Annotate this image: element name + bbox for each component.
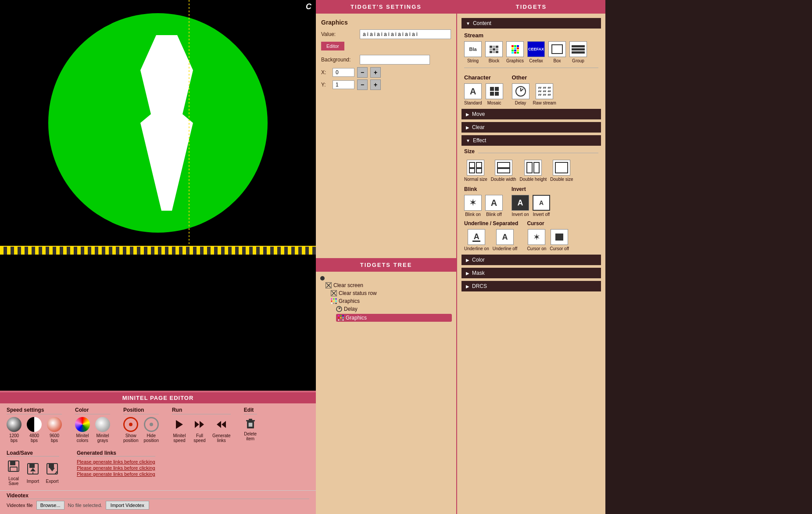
x-minus-button[interactable]: − [357, 67, 368, 78]
blink-on-item[interactable]: ✶ Blink on [464, 195, 482, 217]
tree-item-delay[interactable]: Delay [336, 306, 452, 312]
cursor-title: Cursor [527, 220, 569, 226]
browse-button[interactable]: Browse... [36, 501, 64, 510]
tree-root-bullet [320, 276, 325, 280]
svg-point-28 [331, 300, 333, 302]
import-item[interactable]: Import [26, 462, 40, 484]
move-arrow: ▶ [466, 112, 469, 117]
x-plus-button[interactable]: + [370, 67, 381, 78]
stream-string[interactable]: Bla String [464, 41, 482, 63]
stream-group[interactable]: Group [569, 41, 587, 63]
color-label: Color [472, 257, 485, 263]
double-size-item[interactable]: Double size [550, 160, 573, 182]
content-section-toggle[interactable]: ▼ Content [461, 18, 601, 29]
other-items: Delay ## ## #### ## #### ## ## Raw strea… [512, 83, 556, 105]
blink-off-item[interactable]: A Blink off [485, 195, 503, 217]
underline-off-label: Underline off [493, 246, 518, 251]
local-save-label: LocalSave [8, 476, 19, 486]
raw-stream-item[interactable]: ## ## #### ## #### ## ## Raw stream [533, 83, 556, 105]
invert-off-item[interactable]: A Invert off [533, 195, 550, 217]
svg-point-30 [336, 300, 337, 302]
svg-marker-15 [50, 468, 55, 471]
delete-item-label: Deleteitem [244, 431, 257, 441]
delete-item-icon [244, 417, 257, 430]
full-speed-item[interactable]: Fullspeed [192, 417, 207, 443]
minitel-colors-item[interactable]: Minitelcolors [75, 417, 90, 443]
minitel-grays-label: Minitelgrays [97, 433, 109, 443]
mosaic-item[interactable]: Mosaic [486, 83, 503, 105]
speed-9600-label: 9600bps [50, 433, 59, 443]
svg-rect-1 [246, 420, 255, 421]
gen-link-1[interactable]: Please generate links before clicking [77, 459, 155, 464]
speed-items: 1200bps 4800bps 9600bps [7, 417, 62, 443]
normal-size-item[interactable]: Normal size [464, 160, 487, 182]
clear-section-toggle[interactable]: ▶ Clear [461, 122, 601, 133]
gen-link-2[interactable]: Please generate links before clicking [77, 465, 155, 471]
full-speed-icon [192, 417, 207, 432]
stream-block[interactable]: Block [485, 41, 503, 63]
normal-size-icon [467, 160, 484, 176]
background-field[interactable] [360, 55, 430, 65]
speed-4800-item[interactable]: 4800bps [27, 417, 42, 443]
tree-item-clear-screen[interactable]: Clear screen [326, 282, 452, 288]
minitel-speed-item[interactable]: Minitelspeed [172, 417, 187, 443]
y-input[interactable] [333, 80, 354, 89]
gen-link-3[interactable]: Please generate links before clicking [77, 471, 155, 477]
import-videotex-button[interactable]: Import Videotex [106, 501, 149, 510]
stream-ceefax[interactable]: CEEFAX Ceefax [527, 41, 545, 63]
tree-item-graphics-1[interactable]: Graphics [331, 298, 452, 304]
x-input[interactable] [333, 68, 354, 77]
drcs-section-toggle[interactable]: ▶ DRCS [461, 281, 601, 291]
color-section-toggle[interactable]: ▶ Color [461, 255, 601, 265]
export-item[interactable]: Export [45, 462, 59, 484]
stream-box[interactable]: Box [548, 41, 566, 63]
minitel-speed-label: Minitelspeed [173, 433, 186, 443]
invert-on-item[interactable]: A Invert on [512, 195, 529, 217]
hide-position-icon [144, 417, 159, 432]
cursor-section: Cursor ✶ Cursor on Cursor off [527, 220, 569, 251]
mask-section-toggle[interactable]: ▶ Mask [461, 268, 601, 278]
generated-links-list: Please generate links before clicking Pl… [77, 459, 155, 477]
y-minus-button[interactable]: − [357, 79, 368, 90]
double-width-item[interactable]: Double width [491, 160, 516, 182]
value-input[interactable] [360, 29, 451, 39]
x-row: X: − + [321, 67, 451, 78]
stream-graphics[interactable]: Graphics [506, 41, 524, 63]
tree-items: Clear screen Clear status row [326, 282, 452, 322]
generate-links-item[interactable]: Generatelinks [212, 417, 231, 443]
double-height-item[interactable]: Double height [520, 160, 547, 182]
color-items: Minitelcolors Minitelgrays [75, 417, 110, 443]
editor-button[interactable]: Editor [321, 42, 344, 50]
move-section-toggle[interactable]: ▶ Move [461, 109, 601, 119]
show-position-item[interactable]: Showposition [123, 417, 138, 443]
tree-item-clear-status[interactable]: Clear status row [331, 290, 452, 296]
svg-rect-4 [250, 423, 251, 427]
drcs-arrow: ▶ [466, 284, 469, 289]
tree-item-graphics-2[interactable]: Graphics [336, 314, 452, 322]
size-subsection: Size Normal s [464, 148, 598, 182]
delay-item[interactable]: Delay [512, 83, 529, 105]
delay-label: Delay [515, 101, 526, 105]
underline-on-label: Underline on [464, 246, 489, 251]
load-save-section: Load/Save LocalSave [7, 450, 59, 486]
speed-1200-item[interactable]: 1200bps [7, 417, 21, 443]
videotex-row: Videotex file Browse... No file selected… [7, 501, 309, 510]
invert-section: Invert A Invert on A Invert of [512, 186, 550, 217]
svg-rect-53 [497, 162, 510, 168]
underline-off-item[interactable]: A Underline off [493, 229, 518, 251]
local-save-item[interactable]: LocalSave [7, 459, 21, 486]
y-label: Y: [321, 82, 330, 88]
cursor-off-item[interactable]: Cursor off [550, 229, 569, 251]
minitel-grays-item[interactable]: Minitelgrays [95, 417, 110, 443]
speed-9600-item[interactable]: 9600bps [47, 417, 62, 443]
delete-item-item[interactable]: Deleteitem [244, 417, 257, 441]
effect-section-toggle[interactable]: ▼ Effect [461, 135, 601, 146]
hide-position-item[interactable]: Hideposition [143, 417, 158, 443]
standard-item[interactable]: A Standard [464, 83, 482, 105]
clear-label: Clear [472, 124, 485, 130]
cursor-on-item[interactable]: ✶ Cursor on [527, 229, 546, 251]
blink-items: ✶ Blink on A Blink off [464, 195, 503, 217]
underline-on-item[interactable]: A Underline on [464, 229, 489, 251]
blink-off-label: Blink off [486, 212, 501, 217]
y-plus-button[interactable]: + [370, 79, 381, 90]
